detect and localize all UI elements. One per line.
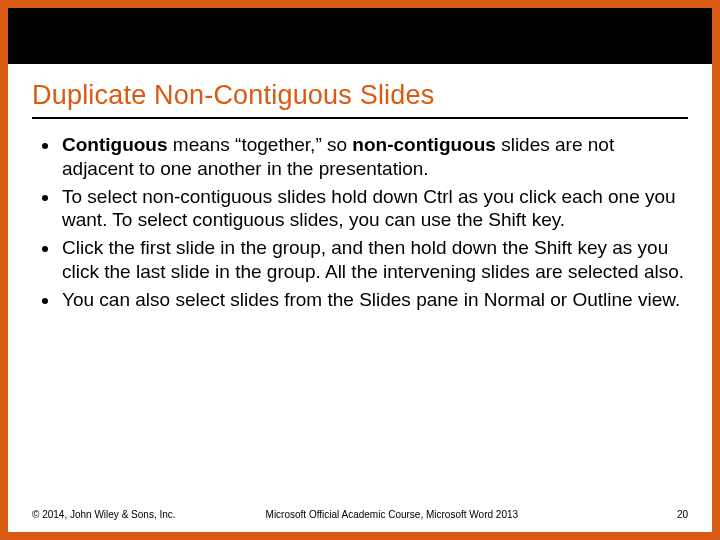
bullet-text: means “together,” so	[168, 134, 353, 155]
footer-course: Microsoft Official Academic Course, Micr…	[176, 509, 664, 520]
slide-title: Duplicate Non-Contiguous Slides	[32, 80, 688, 111]
title-underline	[32, 117, 688, 119]
bullet-list: Contiguous means “together,” so non-cont…	[32, 133, 688, 311]
footer: © 2014, John Wiley & Sons, Inc. Microsof…	[8, 509, 712, 520]
bullet-bold-prefix: Contiguous	[62, 134, 168, 155]
page-number: 20	[664, 509, 688, 520]
bullet-bold-mid: non-contiguous	[352, 134, 496, 155]
list-item: Contiguous means “together,” so non-cont…	[60, 133, 688, 181]
header-black-bar	[8, 8, 712, 64]
slide-frame: Duplicate Non-Contiguous Slides Contiguo…	[0, 0, 720, 540]
content-area: Duplicate Non-Contiguous Slides Contiguo…	[8, 64, 712, 311]
list-item: Click the first slide in the group, and …	[60, 236, 688, 284]
list-item: To select non-contiguous slides hold dow…	[60, 185, 688, 233]
footer-copyright: © 2014, John Wiley & Sons, Inc.	[32, 509, 176, 520]
list-item: You can also select slides from the Slid…	[60, 288, 688, 312]
